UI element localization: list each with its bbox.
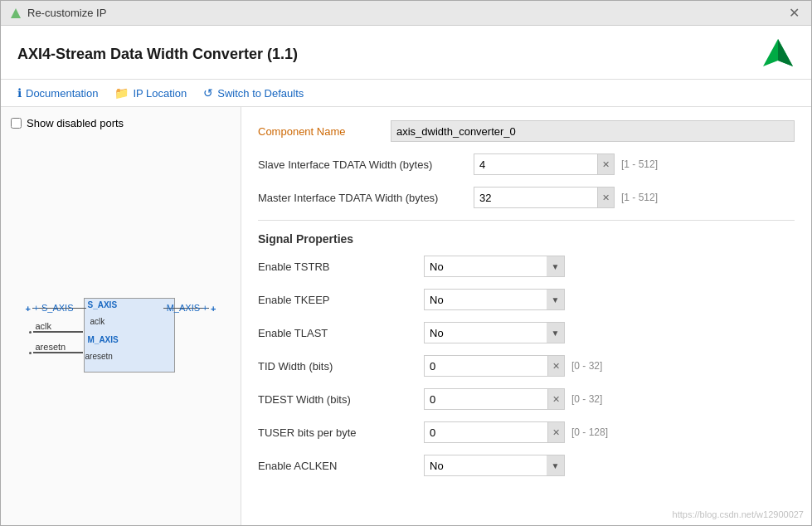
toolbar: ℹ Documentation 📁 IP Location ↺ Switch t…	[1, 80, 811, 107]
tdest-width-clear-btn[interactable]: ✕	[548, 388, 565, 410]
svg-marker-2	[778, 39, 793, 66]
tid-width-range: [0 - 32]	[571, 360, 602, 372]
title-bar-left: Re-customize IP	[9, 7, 106, 20]
info-icon: ℹ	[17, 86, 22, 100]
aclk-port-group: aclk	[29, 331, 83, 334]
show-disabled-ports-checkbox[interactable]	[11, 118, 22, 129]
m-axis-port-group: + M_AXIS +	[163, 304, 216, 314]
enable-aclken-select-wrapper: No Yes ▼	[424, 455, 565, 476]
s-axis-inside-label: S_AXIS	[88, 300, 118, 309]
header-section: AXI4-Stream Data Width Converter (1.1)	[1, 26, 811, 80]
window-title: Re-customize IP	[27, 7, 106, 19]
show-disabled-ports-label: Show disabled ports	[27, 117, 124, 129]
tid-width-label: TID Width (bits)	[258, 360, 424, 373]
app-title: AXI4-Stream Data Width Converter (1.1)	[17, 46, 298, 63]
slave-tdata-range: [1 - 512]	[621, 158, 658, 170]
slave-tdata-row: Slave Interface TDATA Width (bytes) ✕ [1…	[258, 153, 795, 175]
enable-aclken-select[interactable]: No Yes	[424, 455, 565, 476]
enable-tkeep-select-wrapper: No Yes ▼	[424, 289, 565, 310]
m-axis-label: M_AXIS +	[167, 303, 208, 313]
tdest-width-range: [0 - 32]	[571, 393, 602, 405]
aclk-line	[33, 331, 83, 333]
slave-tdata-input[interactable]	[474, 153, 598, 175]
tuser-bits-clear-btn[interactable]: ✕	[548, 421, 565, 443]
s-axis-plus: +	[26, 304, 31, 314]
component-name-row: Component Name	[258, 120, 795, 142]
svg-marker-0	[11, 8, 21, 18]
title-bar: Re-customize IP ✕	[1, 1, 811, 26]
enable-aclken-label: Enable ACLKEN	[258, 460, 424, 472]
component-name-label: Component Name	[258, 125, 391, 138]
close-button[interactable]: ✕	[785, 5, 803, 21]
block-diagram: + + S_AXIS aclk aresetn	[26, 285, 216, 385]
watermark: https://blog.csdn.net/w12900027	[673, 509, 804, 519]
ip-location-label: IP Location	[133, 87, 187, 100]
tuser-bits-label: TUSER bits per byte	[258, 426, 424, 439]
left-panel: Show disabled ports + + S_AXIS	[1, 107, 241, 525]
tuser-bits-input-group: ✕	[424, 421, 565, 443]
ip-location-button[interactable]: 📁 IP Location	[114, 86, 187, 100]
enable-tstrb-select[interactable]: No Yes	[424, 256, 565, 277]
tuser-bits-input[interactable]	[424, 421, 548, 443]
aclk-inside-label: aclk	[90, 317, 105, 326]
enable-tkeep-select[interactable]: No Yes	[424, 289, 565, 310]
m-axis-inside-label: M_AXIS	[88, 335, 119, 344]
tid-width-clear-btn[interactable]: ✕	[548, 355, 565, 377]
refresh-icon: ↺	[203, 86, 213, 100]
aresetn-port-group: aresetn	[29, 352, 83, 354]
folder-icon: 📁	[114, 86, 129, 100]
tdest-width-label: TDEST Width (bits)	[258, 393, 424, 406]
tid-width-input[interactable]	[424, 355, 548, 377]
enable-tkeep-row: Enable TKEEP No Yes ▼	[258, 289, 795, 310]
master-tdata-input[interactable]	[474, 187, 598, 208]
aclk-dot	[29, 331, 32, 334]
enable-tstrb-label: Enable TSTRB	[258, 261, 424, 273]
aresetn-inside-label: aresetn	[85, 352, 113, 361]
enable-tlast-label: Enable TLAST	[258, 327, 424, 339]
enable-tstrb-row: Enable TSTRB No Yes ▼	[258, 256, 795, 277]
tid-width-input-group: ✕	[424, 355, 565, 377]
enable-tstrb-select-wrapper: No Yes ▼	[424, 256, 565, 277]
section-divider	[258, 220, 795, 221]
tid-width-row: TID Width (bits) ✕ [0 - 32]	[258, 355, 795, 377]
tuser-bits-range: [0 - 128]	[571, 426, 608, 438]
s-axis-label: + S_AXIS	[34, 303, 74, 313]
right-panel: Component Name Slave Interface TDATA Wid…	[241, 107, 811, 525]
master-tdata-range: [1 - 512]	[621, 192, 658, 203]
tuser-bits-row: TUSER bits per byte ✕ [0 - 128]	[258, 421, 795, 443]
slave-tdata-input-group: ✕	[474, 153, 615, 175]
switch-defaults-button[interactable]: ↺ Switch to Defaults	[203, 86, 304, 100]
switch-defaults-label: Switch to Defaults	[217, 87, 304, 100]
m-axis-plus: +	[211, 304, 216, 314]
enable-tlast-select[interactable]: No Yes	[424, 322, 565, 343]
aresetn-label: aresetn	[36, 342, 66, 352]
diagram-area: + + S_AXIS aclk aresetn	[11, 154, 231, 515]
tdest-width-input-group: ✕	[424, 388, 565, 410]
tdest-width-row: TDEST Width (bits) ✕ [0 - 32]	[258, 388, 795, 410]
main-content: Show disabled ports + + S_AXIS	[1, 107, 811, 525]
master-tdata-label: Master Interface TDATA Width (bytes)	[258, 192, 474, 204]
slave-tdata-clear-btn[interactable]: ✕	[598, 153, 615, 175]
aclk-label: aclk	[36, 321, 52, 331]
show-disabled-ports-row: Show disabled ports	[11, 117, 231, 129]
aresetn-line	[33, 352, 83, 353]
vivado-logo	[761, 37, 795, 71]
master-tdata-input-group: ✕	[474, 187, 615, 208]
enable-tkeep-label: Enable TKEEP	[258, 294, 424, 306]
component-name-input[interactable]	[391, 120, 795, 142]
main-window: Re-customize IP ✕ AXI4-Stream Data Width…	[0, 0, 812, 526]
master-tdata-clear-btn[interactable]: ✕	[598, 187, 615, 208]
s-axis-port-group: + + S_AXIS	[26, 304, 86, 314]
documentation-label: Documentation	[26, 87, 98, 100]
enable-tlast-row: Enable TLAST No Yes ▼	[258, 322, 795, 343]
signal-properties-title: Signal Properties	[258, 232, 795, 246]
slave-tdata-label: Slave Interface TDATA Width (bytes)	[258, 158, 474, 171]
aresetn-dot	[29, 352, 32, 354]
documentation-button[interactable]: ℹ Documentation	[17, 86, 98, 100]
tdest-width-input[interactable]	[424, 388, 548, 410]
enable-tlast-select-wrapper: No Yes ▼	[424, 322, 565, 343]
master-tdata-row: Master Interface TDATA Width (bytes) ✕ […	[258, 187, 795, 208]
enable-aclken-row: Enable ACLKEN No Yes ▼	[258, 455, 795, 476]
app-icon	[9, 7, 22, 20]
